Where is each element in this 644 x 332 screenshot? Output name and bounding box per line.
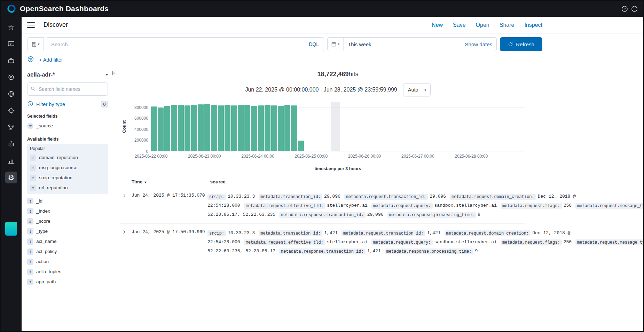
histogram-bar[interactable] bbox=[178, 105, 184, 151]
network-icon[interactable] bbox=[5, 121, 17, 133]
histogram-chart: Count 0200000400000600000800000 2025-06-… bbox=[120, 102, 525, 171]
field-item-srcip_reputation[interactable]: tsrcip_reputation bbox=[30, 173, 105, 183]
histogram-bar[interactable] bbox=[204, 104, 210, 151]
field-type-icon: t bbox=[27, 238, 33, 245]
histogram-bar[interactable] bbox=[265, 105, 270, 151]
histogram-bar[interactable] bbox=[244, 105, 250, 151]
brand-title: OpenSearch Dashboards bbox=[20, 5, 109, 13]
action-inspect-button[interactable]: Inspect bbox=[524, 22, 542, 28]
field-name: _type bbox=[36, 229, 48, 234]
field-type-icon: t bbox=[27, 279, 33, 285]
histogram-bar[interactable] bbox=[258, 105, 264, 151]
theme-icon[interactable] bbox=[631, 6, 638, 12]
field-item-_index[interactable]: t_index bbox=[27, 206, 108, 216]
histogram-bar[interactable] bbox=[271, 105, 277, 151]
field-item-aella_tuples[interactable]: taella_tuples bbox=[27, 267, 108, 277]
action-open-button[interactable]: Open bbox=[476, 22, 489, 28]
bar-chart-icon[interactable] bbox=[5, 155, 17, 167]
field-item-action[interactable]: taction bbox=[27, 256, 108, 267]
interval-select[interactable]: Auto ▾ bbox=[403, 83, 431, 96]
star-icon[interactable]: ☆ bbox=[5, 21, 17, 33]
field-name: aella_tuples bbox=[36, 269, 61, 274]
add-filter-button[interactable]: + Add filter bbox=[39, 57, 63, 63]
field-item-acl_policy[interactable]: tacl_policy bbox=[27, 246, 108, 256]
histogram-bar[interactable] bbox=[198, 104, 204, 151]
expand-row-button[interactable] bbox=[120, 192, 128, 200]
expand-row-button[interactable] bbox=[120, 229, 128, 236]
histogram-bar[interactable] bbox=[171, 105, 177, 151]
histogram-bar[interactable] bbox=[298, 141, 304, 151]
globe-icon[interactable] bbox=[5, 88, 17, 100]
time-range-display[interactable]: This week Show dates bbox=[344, 41, 496, 47]
discover-header-bar: Discover NewSaveOpenShareInspect bbox=[22, 17, 643, 33]
refresh-button[interactable]: Refresh bbox=[500, 37, 542, 51]
field-name: srcip_reputation bbox=[39, 175, 72, 180]
briefcase-icon[interactable] bbox=[5, 55, 17, 66]
hits-label: hits bbox=[349, 71, 359, 78]
action-share-button[interactable]: Share bbox=[500, 22, 515, 28]
field-item-url_reputation[interactable]: turl_reputation bbox=[30, 183, 105, 193]
histogram-bar[interactable] bbox=[284, 105, 290, 151]
histogram-bar[interactable] bbox=[151, 106, 157, 151]
table-row: Jun 24, 2025 @ 17:50:39.969srcip:10.33.2… bbox=[120, 224, 525, 260]
help-icon[interactable]: ? bbox=[621, 6, 628, 12]
field-search-input[interactable] bbox=[27, 82, 108, 96]
histogram-bar[interactable] bbox=[225, 105, 230, 151]
filter-icon[interactable] bbox=[27, 56, 34, 64]
field-item-_score[interactable]: #_score bbox=[27, 216, 108, 226]
doc-timestamp: Jun 24, 2025 @ 17:50:39.969 bbox=[132, 229, 207, 256]
field-type-icon: t bbox=[27, 228, 33, 235]
x-tick-label: 2025-06-24 00:00 bbox=[241, 154, 274, 159]
chevron-down-icon: ▾ bbox=[338, 42, 339, 46]
action-save-button[interactable]: Save bbox=[453, 22, 465, 28]
gear-icon[interactable]: ⚙ bbox=[5, 172, 17, 183]
field-name: _score bbox=[36, 219, 50, 224]
source-column-header: _source bbox=[207, 179, 525, 184]
field-item-_id[interactable]: t_id bbox=[27, 196, 108, 206]
histogram-bar[interactable] bbox=[278, 106, 284, 151]
opensearch-logo-icon[interactable] bbox=[7, 4, 16, 14]
histogram-bar[interactable] bbox=[251, 106, 257, 151]
histogram-bar[interactable] bbox=[231, 105, 237, 151]
y-tick-label: 200000 bbox=[134, 138, 148, 143]
field-key-badge: metadata.response.processing_time: bbox=[387, 212, 476, 218]
histogram-bar[interactable] bbox=[238, 105, 244, 151]
search-input[interactable] bbox=[51, 41, 308, 47]
field-type-icon: t bbox=[27, 269, 33, 275]
console-icon[interactable] bbox=[5, 38, 17, 50]
histogram-bar[interactable] bbox=[164, 106, 170, 151]
rings-icon[interactable] bbox=[5, 71, 17, 83]
bot-icon[interactable] bbox=[5, 138, 17, 150]
field-key-badge: metadata.request.query: bbox=[371, 239, 433, 245]
collapse-fields-panel-button[interactable] bbox=[110, 69, 118, 78]
histogram-bar[interactable] bbox=[291, 105, 297, 151]
saved-query-button[interactable]: ▾ bbox=[27, 37, 44, 51]
menu-icon[interactable] bbox=[27, 22, 35, 28]
field-item-app_path[interactable]: tapp_path bbox=[27, 277, 108, 287]
index-pattern-selector[interactable]: aella-adr-* ▾ bbox=[27, 68, 108, 81]
field-value: 256 bbox=[564, 239, 572, 245]
chart-time-range: Jun 22, 2025 @ 00:00:00.000 - Jun 28, 20… bbox=[245, 87, 397, 93]
field-item-_type[interactable]: t_type bbox=[27, 226, 108, 236]
action-new-button[interactable]: New bbox=[432, 22, 443, 28]
filter-by-type[interactable]: Filter by type 0 bbox=[27, 101, 108, 108]
field-key-badge: metadata.request.message_type: bbox=[575, 203, 644, 209]
histogram-bar[interactable] bbox=[211, 105, 217, 151]
target-icon[interactable] bbox=[5, 105, 17, 117]
time-column-header[interactable]: Time▼ bbox=[132, 179, 207, 184]
histogram-bar[interactable] bbox=[184, 105, 190, 151]
histogram-bar[interactable] bbox=[218, 105, 224, 151]
field-item-_source[interactable]: </>_source bbox=[27, 121, 108, 131]
show-dates-button[interactable]: Show dates bbox=[465, 41, 492, 47]
field-item-msg_origin.source[interactable]: tmsg_origin.source bbox=[30, 163, 105, 173]
field-item-acl_name[interactable]: tacl_name bbox=[27, 236, 108, 246]
histogram-bar[interactable] bbox=[191, 105, 197, 151]
field-item-domain_reputation[interactable]: tdomain_reputation bbox=[30, 152, 105, 163]
dql-language-button[interactable]: DQL bbox=[308, 41, 320, 47]
stellar-cyber-logo[interactable] bbox=[5, 222, 17, 236]
refresh-icon bbox=[508, 42, 513, 47]
histogram-bar[interactable] bbox=[158, 108, 164, 151]
calendar-button[interactable]: ▾ bbox=[328, 38, 344, 51]
x-tick-label: 2025-06-28 00:00 bbox=[455, 154, 488, 159]
field-value: 1,421 bbox=[367, 248, 381, 254]
